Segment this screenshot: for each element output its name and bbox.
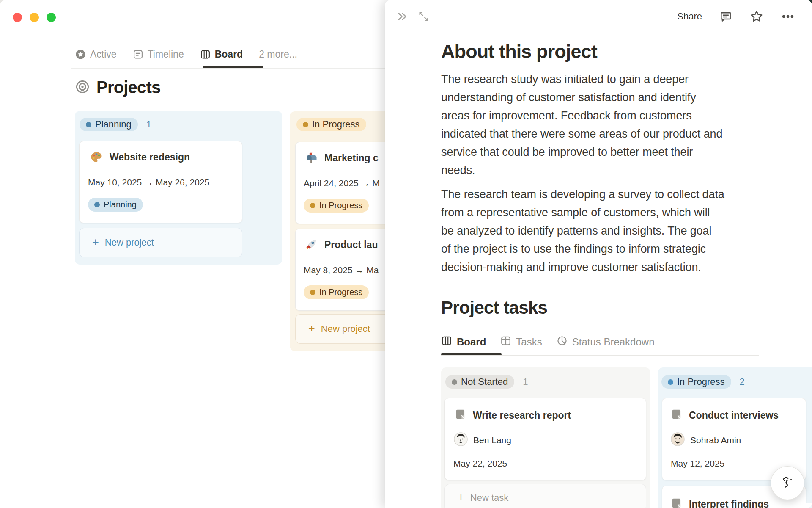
column-count: 1 bbox=[523, 376, 528, 387]
column-count: 2 bbox=[740, 376, 745, 387]
status-dot bbox=[668, 379, 673, 385]
tab-tasks[interactable]: Tasks bbox=[500, 335, 542, 349]
text-line: decision-making and improve customer sat… bbox=[441, 258, 724, 276]
status-dot bbox=[94, 202, 100, 207]
text-line: understanding of customer satisfaction a… bbox=[441, 88, 722, 107]
text-line: service that could be improved to better… bbox=[441, 143, 722, 161]
tab-status-breakdown[interactable]: Status Breakdown bbox=[557, 335, 655, 349]
page-icon bbox=[671, 409, 682, 422]
card-title: Conduct interviews bbox=[689, 410, 779, 421]
panel-toolbar-left bbox=[396, 10, 430, 23]
expand-diagonal-icon[interactable] bbox=[418, 11, 430, 22]
page-icon bbox=[455, 409, 466, 422]
card-status-tag: In Progress bbox=[304, 285, 369, 299]
table-icon bbox=[500, 335, 511, 349]
view-tab-timeline[interactable]: Timeline bbox=[133, 49, 184, 60]
status-dot bbox=[452, 379, 457, 385]
zoom-window-button[interactable] bbox=[47, 13, 56, 22]
share-button[interactable]: Share bbox=[677, 11, 702, 22]
view-tab-bar: Active Timeline Board 2 more... bbox=[75, 47, 297, 62]
star-icon[interactable] bbox=[749, 9, 764, 24]
status-pill-in-progress[interactable]: In Progress bbox=[661, 375, 731, 389]
card-date: May 12, 2025 bbox=[671, 458, 724, 469]
plus-icon: + bbox=[458, 491, 464, 503]
notion-ai-button[interactable] bbox=[771, 466, 804, 500]
new-project-button[interactable]: + New project bbox=[79, 228, 242, 257]
board-icon bbox=[441, 335, 452, 349]
card-status-tag: In Progress bbox=[304, 199, 369, 213]
new-task-button[interactable]: + New task bbox=[444, 484, 646, 508]
rocket-icon bbox=[305, 238, 318, 251]
panel-toolbar-right: Share bbox=[677, 9, 795, 24]
paragraph-2: The research team is developing a survey… bbox=[441, 185, 724, 276]
card-dates: May 8, 2025 → Ma bbox=[304, 265, 379, 275]
board-icon bbox=[200, 49, 211, 60]
more-icon[interactable] bbox=[781, 9, 795, 24]
card-title: Marketing c bbox=[324, 152, 379, 164]
card-date: May 22, 2025 bbox=[453, 458, 507, 469]
view-tab-board[interactable]: Board bbox=[200, 49, 243, 60]
page-icon bbox=[671, 497, 682, 508]
card-title: Interpret findings bbox=[689, 499, 769, 508]
status-dot bbox=[86, 122, 91, 127]
view-tab-active[interactable]: Active bbox=[75, 49, 117, 60]
status-pill-in-progress[interactable]: In Progress bbox=[296, 118, 366, 131]
view-tab-label: Active bbox=[90, 49, 117, 60]
card-title: Website redesign bbox=[110, 152, 190, 163]
card-status-tag: Planning bbox=[88, 198, 143, 212]
panel-title: About this project bbox=[441, 41, 597, 63]
text-line: The research study was initiated to gain… bbox=[441, 70, 722, 88]
status-pill-not-started[interactable]: Not Started bbox=[445, 375, 514, 389]
sohrab-avatar bbox=[671, 432, 685, 448]
double-chevron-right-icon[interactable] bbox=[396, 10, 409, 23]
app-window: Active Timeline Board 2 more... bbox=[0, 0, 812, 508]
status-dot bbox=[303, 122, 308, 127]
card-title: Write research report bbox=[473, 410, 571, 421]
text-line: areas for improvement. Feedback from cus… bbox=[441, 107, 722, 125]
text-line: indicated that there were some areas of … bbox=[441, 125, 722, 143]
pie-chart-icon bbox=[557, 335, 568, 349]
notion-ai-face-icon bbox=[778, 473, 797, 493]
window-controls bbox=[13, 13, 56, 22]
section-title: Project tasks bbox=[441, 298, 547, 318]
paragraph-1: The research study was initiated to gain… bbox=[441, 70, 722, 179]
card-title: Product lau bbox=[324, 239, 378, 251]
star-circle-icon bbox=[75, 49, 86, 60]
page-header: Projects bbox=[75, 78, 160, 97]
view-tab-label: 2 more... bbox=[259, 49, 297, 60]
task-card-write-research-report[interactable]: Write research report Ben Lang May 22, 2… bbox=[444, 398, 646, 480]
palette-icon bbox=[90, 151, 103, 163]
task-column-not-started: Not Started 1 Write research report bbox=[441, 367, 650, 508]
mailbox-icon bbox=[305, 152, 318, 164]
page-title: Projects bbox=[96, 78, 160, 97]
minimize-window-button[interactable] bbox=[30, 13, 39, 22]
plus-icon: + bbox=[92, 237, 99, 248]
side-peek-panel: Share About this project The research st… bbox=[385, 0, 812, 508]
column-header: In Progress bbox=[296, 118, 366, 131]
view-tab-label: Board bbox=[215, 49, 243, 60]
tab-board[interactable]: Board bbox=[441, 335, 486, 349]
project-card-website-redesign[interactable]: Website redesign May 10, 2025 → May 26, … bbox=[79, 141, 242, 223]
text-line: be analyzed to identify patterns and ins… bbox=[441, 222, 724, 240]
text-line: of the project is to use the findings to… bbox=[441, 240, 724, 258]
view-tab-label: Timeline bbox=[148, 49, 184, 60]
target-icon bbox=[75, 80, 90, 96]
timeline-icon bbox=[133, 49, 143, 60]
column-header: Not Started 1 bbox=[445, 375, 528, 389]
text-line: needs. bbox=[441, 161, 722, 179]
text-line: from a representative sample of customer… bbox=[441, 204, 724, 222]
ben-avatar bbox=[454, 432, 468, 448]
text-line: The research team is developing a survey… bbox=[441, 185, 724, 204]
status-pill-planning[interactable]: Planning bbox=[80, 118, 138, 131]
tab-divider bbox=[441, 355, 759, 356]
board-column-planning: Planning 1 Website redesign May 10, 2025… bbox=[75, 111, 282, 265]
status-dot bbox=[310, 203, 315, 208]
close-window-button[interactable] bbox=[13, 13, 22, 22]
tab-divider bbox=[71, 68, 389, 69]
column-header: In Progress 2 bbox=[661, 375, 745, 389]
column-header: Planning 1 bbox=[80, 118, 151, 131]
card-dates: May 10, 2025 → May 26, 2025 bbox=[88, 177, 209, 188]
comment-icon[interactable] bbox=[719, 10, 732, 23]
view-tab-more[interactable]: 2 more... bbox=[259, 49, 297, 60]
card-assignee: Sohrab Amin bbox=[671, 432, 741, 448]
